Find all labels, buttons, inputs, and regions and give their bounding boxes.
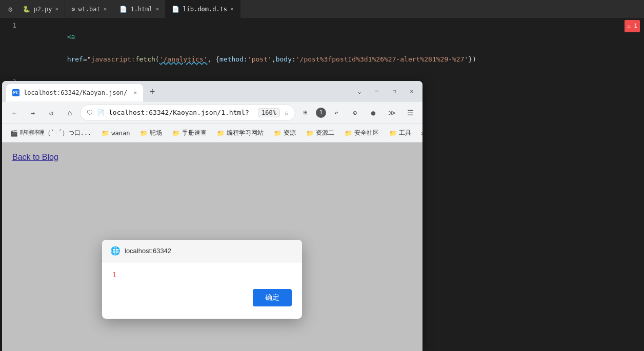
folder-icon-工具: 📁	[389, 130, 396, 137]
bookmark-工具-label: 工具	[399, 129, 411, 137]
bookmark-wanan[interactable]: 📁 wanan	[97, 128, 134, 139]
line-warning-1: ⚠ 1	[625, 20, 644, 32]
shield-icon: 🛡	[87, 109, 93, 116]
folder-icon-资源: 📁	[274, 130, 281, 137]
tab-icon-p2py: 🐍	[23, 6, 30, 13]
warning-badge-1: ⚠ 1	[625, 20, 640, 32]
browser-tab-favicon: PC	[12, 89, 19, 96]
browser-tab-label: localhost:63342/Kaoyan.json/	[24, 89, 127, 96]
extensions-button[interactable]: ⊞	[297, 105, 314, 121]
extensions-icon: ⊞	[304, 109, 308, 116]
editor-tab-bar: ⚙ 🐍 p2.py ✕ ⚙ wt.bat ✕ 📄 1.html ✕ 📄 lib.…	[0, 0, 644, 18]
alert-dialog: 🌐 localhost:63342 1 确定	[102, 240, 302, 319]
bookmark-star-icon[interactable]: ☆	[284, 108, 289, 117]
tab-label-1html: 1.html	[130, 6, 152, 13]
alert-origin: localhost:63342	[125, 247, 171, 255]
bookmark-工具[interactable]: 📁 工具	[385, 127, 415, 139]
editor-tab-libdomdts[interactable]: 📄 lib.dom.d.ts ✕	[166, 0, 240, 18]
tab-close-1html[interactable]: ✕	[156, 6, 159, 12]
tab-icon-libdomdts: 📄	[172, 6, 179, 13]
bookmarks-bar: 🎬 哔哩哔哩（`-´）つ口... 📁 wanan 📁 靶场 📁 手册速查 📁 编…	[2, 124, 422, 142]
folder-icon-资源二: 📁	[306, 130, 313, 137]
bookmark-靶场[interactable]: 📁 靶场	[136, 127, 166, 139]
zoom-badge: 160%	[258, 108, 280, 117]
globe-icon: 🌐	[110, 246, 120, 256]
maximize-button[interactable]: ☐	[388, 85, 401, 98]
browser-tab-close-icon[interactable]: ✕	[133, 89, 137, 96]
editor-area: ⚙ 🐍 p2.py ✕ ⚙ wt.bat ✕ 📄 1.html ✕ 📄 lib.…	[0, 0, 644, 82]
cast-button[interactable]: ⊙	[347, 105, 363, 121]
browser-tab-active[interactable]: PC localhost:63342/Kaoyan.json/ ✕	[6, 84, 143, 101]
bookmark-bilibili[interactable]: 🎬 哔哩哔哩（`-´）つ口...	[6, 127, 95, 139]
page-icon: 📄	[97, 109, 105, 116]
alert-ok-button[interactable]: 确定	[253, 289, 292, 306]
bookmarks-more-button[interactable]: »	[417, 127, 422, 139]
tab-label-p2py: p2.py	[33, 6, 52, 13]
line-number-1: 1	[0, 20, 25, 31]
tab-icon-1html: 📄	[119, 6, 127, 13]
address-bar[interactable]: 🛡 📄 localhost:63342/Kaoyan.json/1.html? …	[80, 105, 295, 121]
page-content: Back to Blog 🌐 localhost:63342 1 确定	[2, 142, 422, 351]
editor-tab-p2py[interactable]: 🐍 p2.py ✕	[16, 0, 65, 18]
browser-window: PC localhost:63342/Kaoyan.json/ ✕ + ⌄ ─ …	[2, 81, 422, 351]
tab-icon-wtbat: ⚙	[71, 6, 75, 13]
alert-message: 1	[112, 271, 292, 279]
tab-close-libdomdts[interactable]: ✕	[230, 6, 234, 12]
bookmark-安全社区-label: 安全社区	[354, 129, 379, 137]
tab-close-p2py[interactable]: ✕	[55, 6, 59, 12]
alert-footer: 确定	[112, 289, 292, 308]
window-controls: ⌄ ─ ☐ ✕	[353, 85, 418, 98]
bookmark-资源[interactable]: 📁 资源	[270, 127, 300, 139]
bookmark-安全社区[interactable]: 📁 安全社区	[340, 127, 383, 139]
bookmark-手册速查[interactable]: 📁 手册速查	[168, 127, 211, 139]
bookmark-wanan-label: wanan	[111, 130, 130, 137]
counter-badge: 1	[316, 108, 326, 118]
history-back-button[interactable]: ↶	[328, 105, 345, 121]
editor-tab-wtbat[interactable]: ⚙ wt.bat ✕	[65, 0, 113, 18]
browser-new-tab-button[interactable]: +	[145, 84, 159, 98]
bookmark-资源二[interactable]: 📁 资源二	[302, 127, 338, 139]
address-text: localhost:63342/Kaoyan.json/1.html?	[109, 109, 254, 116]
more-tools-button[interactable]: ≫	[384, 105, 400, 121]
minimize-button[interactable]: ─	[370, 85, 384, 98]
line-content-1: <a href="javascript:fetch('/analytics', …	[35, 20, 476, 76]
bookmark-资源-label: 资源	[284, 129, 296, 137]
reload-button[interactable]: ↺	[43, 105, 59, 121]
bookmark-资源二-label: 资源二	[316, 129, 334, 137]
bookmark-编程学习[interactable]: 📁 编程学习网站	[213, 127, 268, 139]
home-button[interactable]: ⌂	[62, 105, 78, 121]
bookmark-编程学习-label: 编程学习网站	[227, 129, 264, 137]
bilibili-icon: 🎬	[10, 130, 17, 137]
browser-mode-button[interactable]: ●	[365, 105, 381, 121]
close-button[interactable]: ✕	[405, 85, 418, 98]
bookmark-靶场-label: 靶场	[150, 129, 162, 137]
folder-icon-编程学习: 📁	[217, 130, 224, 137]
forward-button[interactable]: →	[25, 105, 41, 121]
tab-label-libdomdts: lib.dom.d.ts	[183, 6, 227, 13]
folder-icon-手册速查: 📁	[172, 130, 179, 137]
tab-label-wtbat: wt.bat	[78, 6, 100, 13]
code-line-1: 1 <a href="javascript:fetch('/analytics'…	[0, 20, 644, 76]
folder-icon-wanan: 📁	[102, 130, 109, 137]
bookmark-bilibili-label: 哔哩哔哩（`-´）つ口...	[20, 129, 91, 137]
editor-tab-1html[interactable]: 📄 1.html ✕	[113, 0, 166, 18]
folder-icon-安全社区: 📁	[345, 130, 352, 137]
menu-button[interactable]: ☰	[402, 105, 418, 121]
alert-header: 🌐 localhost:63342	[102, 240, 302, 262]
alert-body: 1 确定	[102, 262, 302, 319]
browser-toolbar: ← → ↺ ⌂ 🛡 📄 localhost:63342/Kaoyan.json/…	[2, 101, 422, 124]
tab-search-button[interactable]: ⌄	[353, 85, 366, 98]
gear-icon: ⚙	[4, 5, 16, 13]
tab-close-wtbat[interactable]: ✕	[104, 6, 107, 12]
back-button[interactable]: ←	[6, 105, 23, 121]
bookmark-手册速查-label: 手册速查	[182, 129, 207, 137]
folder-icon-靶场: 📁	[140, 130, 147, 137]
browser-titlebar: PC localhost:63342/Kaoyan.json/ ✕ + ⌄ ─ …	[2, 81, 422, 101]
